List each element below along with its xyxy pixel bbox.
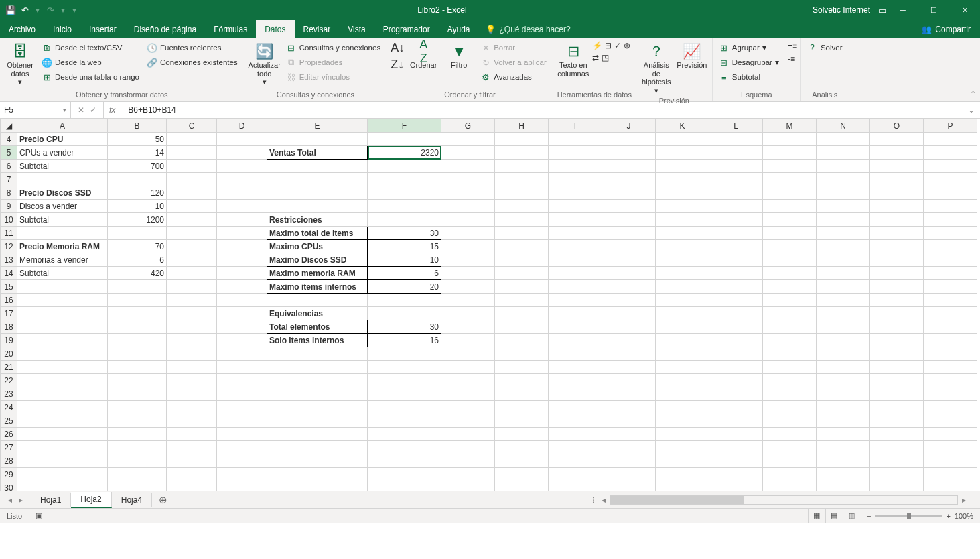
cell-C11[interactable]	[167, 227, 217, 240]
cell-O12[interactable]	[870, 240, 924, 253]
fx-icon[interactable]: fx	[104, 105, 121, 115]
cell-L16[interactable]	[709, 294, 763, 307]
cell-P18[interactable]	[924, 320, 977, 334]
cell-N19[interactable]	[817, 334, 870, 347]
cell-B10[interactable]: 1200	[108, 213, 167, 227]
cell-G24[interactable]	[441, 401, 495, 414]
cell-K18[interactable]	[656, 320, 709, 334]
cell-L8[interactable]	[709, 186, 763, 200]
row-header-24[interactable]: 24	[1, 401, 17, 414]
cell-O23[interactable]	[870, 387, 924, 401]
cell-I11[interactable]	[549, 227, 602, 240]
cell-I20[interactable]	[549, 347, 602, 361]
cell-D30[interactable]	[217, 481, 267, 491]
cell-G20[interactable]	[441, 347, 495, 361]
cell-E23[interactable]	[267, 387, 368, 401]
cell-E21[interactable]	[267, 361, 368, 374]
cell-M26[interactable]	[763, 428, 817, 441]
cell-B23[interactable]	[108, 387, 167, 401]
cell-I6[interactable]	[549, 160, 602, 173]
cell-I30[interactable]	[549, 481, 602, 491]
cell-N29[interactable]	[817, 468, 870, 481]
cell-C14[interactable]	[167, 267, 217, 280]
cell-B6[interactable]: 700	[108, 160, 167, 173]
cell-L9[interactable]	[709, 200, 763, 213]
accept-formula-icon[interactable]: ✓	[90, 105, 96, 115]
cell-F9[interactable]	[368, 200, 441, 213]
cell-J7[interactable]	[602, 173, 656, 186]
cell-B25[interactable]	[108, 414, 167, 428]
cell-E6[interactable]	[267, 160, 368, 173]
cell-G16[interactable]	[441, 294, 495, 307]
cell-C28[interactable]	[167, 454, 217, 468]
cell-D16[interactable]	[217, 294, 267, 307]
tab-insertar[interactable]: Insertar	[80, 20, 125, 38]
cell-M29[interactable]	[763, 468, 817, 481]
cell-N6[interactable]	[817, 160, 870, 173]
cell-M9[interactable]	[763, 200, 817, 213]
cell-F15[interactable]: 20	[368, 280, 441, 294]
ungroup-button[interactable]: ⊟Desagrupar ▾	[716, 56, 782, 69]
cell-A14[interactable]: Subtotal	[17, 267, 108, 280]
cell-I4[interactable]	[549, 133, 602, 146]
collapse-icon[interactable]: -≡	[788, 54, 797, 64]
tab-vista[interactable]: Vista	[339, 20, 374, 38]
cell-P23[interactable]	[924, 387, 977, 401]
cell-P29[interactable]	[924, 468, 977, 481]
cell-K16[interactable]	[656, 294, 709, 307]
cell-H4[interactable]	[495, 133, 549, 146]
column-header-J[interactable]: J	[602, 119, 656, 133]
cell-B14[interactable]: 420	[108, 267, 167, 280]
cell-E8[interactable]	[267, 186, 368, 200]
cell-N17[interactable]	[817, 307, 870, 320]
name-box[interactable]: F5▾	[0, 102, 71, 119]
cell-J25[interactable]	[602, 414, 656, 428]
cell-F12[interactable]: 15	[368, 240, 441, 253]
cell-B5[interactable]: 14	[108, 146, 167, 160]
cell-P24[interactable]	[924, 401, 977, 414]
from-table-button[interactable]: ⊞Desde una tabla o rango	[39, 70, 142, 84]
tab-ayuda[interactable]: Ayuda	[439, 20, 479, 38]
cell-O14[interactable]	[870, 267, 924, 280]
cell-N11[interactable]	[817, 227, 870, 240]
cell-K21[interactable]	[656, 361, 709, 374]
cell-A4[interactable]: Precio CPU	[17, 133, 108, 146]
cell-B21[interactable]	[108, 361, 167, 374]
cell-G21[interactable]	[441, 361, 495, 374]
cell-L29[interactable]	[709, 468, 763, 481]
cell-N22[interactable]	[817, 374, 870, 387]
text-to-columns-button[interactable]: ⊟Texto en columnas	[557, 41, 590, 79]
cell-G14[interactable]	[441, 267, 495, 280]
cell-O26[interactable]	[870, 428, 924, 441]
cell-A27[interactable]	[17, 441, 108, 454]
cell-J10[interactable]	[602, 213, 656, 227]
cell-M28[interactable]	[763, 454, 817, 468]
cell-I7[interactable]	[549, 173, 602, 186]
cell-I28[interactable]	[549, 454, 602, 468]
sort-desc-icon[interactable]: Z↓	[391, 58, 405, 72]
cell-K27[interactable]	[656, 441, 709, 454]
select-all[interactable]: ◢	[1, 119, 17, 133]
cell-H9[interactable]	[495, 200, 549, 213]
cell-H18[interactable]	[495, 320, 549, 334]
cell-L22[interactable]	[709, 374, 763, 387]
cell-O4[interactable]	[870, 133, 924, 146]
cell-A11[interactable]	[17, 227, 108, 240]
cell-A6[interactable]: Subtotal	[17, 160, 108, 173]
cell-H19[interactable]	[495, 334, 549, 347]
cell-A13[interactable]: Memorias a vender	[17, 253, 108, 267]
cell-I16[interactable]	[549, 294, 602, 307]
cell-E17[interactable]: Equivalencias	[267, 307, 368, 320]
cell-L5[interactable]	[709, 146, 763, 160]
cell-L28[interactable]	[709, 454, 763, 468]
cell-L24[interactable]	[709, 401, 763, 414]
row-header-27[interactable]: 27	[1, 441, 17, 454]
cell-B16[interactable]	[108, 294, 167, 307]
cell-C5[interactable]	[167, 146, 217, 160]
cell-J28[interactable]	[602, 454, 656, 468]
cell-C7[interactable]	[167, 173, 217, 186]
cell-C20[interactable]	[167, 347, 217, 361]
row-header-19[interactable]: 19	[1, 334, 17, 347]
cell-N24[interactable]	[817, 401, 870, 414]
cell-A9[interactable]: Discos a vender	[17, 200, 108, 213]
